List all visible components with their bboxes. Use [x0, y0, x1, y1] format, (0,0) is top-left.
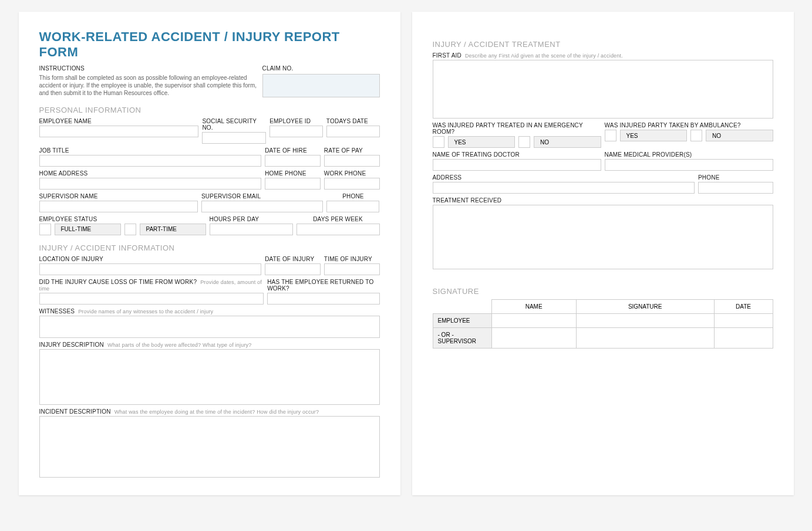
supervisor-name-label: SUPERVISOR NAME — [39, 193, 198, 199]
location-of-injury-label: LOCATION OF INJURY — [39, 256, 262, 262]
medical-provider-label: NAME MEDICAL PROVIDER(S) — [605, 151, 773, 158]
signature-table: NAMESIGNATUREDATE EMPLOYEE - OR - SUPERV… — [433, 299, 773, 349]
section-injury-info: INJURY / ACCIDENT INFORMATION — [39, 243, 380, 252]
sig-employee-date[interactable] — [714, 314, 773, 328]
job-title-input[interactable] — [39, 155, 262, 167]
provider-address-label: ADDRESS — [433, 174, 695, 181]
location-of-injury-input[interactable] — [39, 263, 262, 275]
section-personal: PERSONAL INFORMATION — [39, 106, 380, 114]
treatment-received-label: TREATMENT RECEIVED — [433, 197, 773, 204]
instructions-label: INSTRUCTIONS — [39, 65, 259, 72]
sig-supervisor-signature[interactable] — [576, 328, 714, 349]
form-title: WORK-RELATED ACCIDENT / INJURY REPORT FO… — [39, 29, 380, 60]
amb-yes-checkbox[interactable] — [605, 130, 616, 141]
employee-id-label: EMPLOYEE ID — [269, 118, 323, 124]
amb-no-label: NO — [706, 130, 773, 141]
rate-of-pay-label: RATE OF PAY — [324, 147, 380, 154]
sig-name-header: NAME — [491, 300, 576, 314]
date-of-injury-input[interactable] — [265, 263, 321, 275]
witnesses-input[interactable] — [39, 316, 380, 338]
treatment-received-input[interactable] — [433, 205, 773, 269]
sig-employee-signature[interactable] — [576, 314, 714, 328]
er-no-checkbox[interactable] — [518, 136, 530, 148]
amb-no-checkbox[interactable] — [690, 130, 702, 141]
er-yes-checkbox[interactable] — [433, 136, 444, 148]
date-of-hire-label: DATE OF HIRE — [265, 147, 321, 154]
ambulance-label: WAS INJURED PARTY TAKEN BY AMBULANCE? — [605, 122, 773, 128]
claim-no-label: CLAIM NO. — [262, 65, 380, 72]
days-per-week-input[interactable] — [297, 224, 380, 235]
todays-date-label: TODAYS DATE — [326, 118, 380, 124]
employee-name-input[interactable] — [39, 126, 199, 137]
incident-description-label: INCIDENT DESCRIPTION What was the employ… — [39, 408, 380, 415]
supervisor-phone-input[interactable] — [326, 201, 379, 212]
returned-to-work-label: HAS THE EMPLOYEE RETURNED TO WORK? — [267, 279, 379, 292]
supervisor-name-input[interactable] — [39, 201, 198, 212]
home-phone-input[interactable] — [265, 178, 321, 190]
sig-supervisor-date[interactable] — [714, 328, 773, 349]
incident-description-input[interactable] — [39, 416, 380, 478]
er-yes-label: YES — [448, 136, 515, 148]
ssn-label: SOCIAL SECURITY NO. — [202, 118, 266, 131]
provider-phone-label: PHONE — [698, 174, 773, 181]
injury-description-input[interactable] — [39, 349, 380, 405]
days-per-week-label: DAYS PER WEEK — [297, 216, 380, 222]
hours-per-day-label: HOURS PER DAY — [210, 216, 293, 222]
supervisor-email-label: SUPERVISOR EMAIL — [201, 193, 323, 199]
er-no-label: NO — [534, 136, 601, 148]
employee-name-label: EMPLOYEE NAME — [39, 118, 199, 124]
employee-id-input[interactable] — [269, 126, 323, 137]
rate-of-pay-input[interactable] — [324, 155, 380, 167]
returned-to-work-input[interactable] — [267, 293, 379, 305]
time-of-injury-input[interactable] — [324, 263, 380, 275]
treating-doctor-input[interactable] — [433, 159, 601, 171]
todays-date-input[interactable] — [326, 126, 380, 137]
witnesses-label: WITNESSES Provide names of any witnesses… — [39, 308, 380, 314]
page-1: WORK-RELATED ACCIDENT / INJURY REPORT FO… — [19, 12, 400, 495]
sig-date-header: DATE — [714, 300, 773, 314]
supervisor-email-input[interactable] — [201, 201, 323, 212]
sig-employee-row-label: EMPLOYEE — [433, 314, 491, 328]
emergency-room-label: WAS INJURED PARTY TREATED IN AN EMERGENC… — [433, 122, 601, 135]
medical-provider-input[interactable] — [605, 159, 773, 171]
time-of-injury-label: TIME OF INJURY — [324, 256, 380, 262]
home-address-input[interactable] — [39, 178, 262, 190]
part-time-label: PART-TIME — [140, 224, 206, 235]
first-aid-input[interactable] — [433, 60, 773, 119]
injury-description-label: INJURY DESCRIPTION What parts of the bod… — [39, 341, 380, 348]
section-treatment: INJURY / ACCIDENT TREATMENT — [433, 40, 773, 49]
supervisor-phone-label: PHONE — [326, 193, 379, 199]
first-aid-label: FIRST AID Describe any First Aid given a… — [433, 52, 773, 59]
provider-address-input[interactable] — [433, 182, 695, 194]
section-signature: SIGNATURE — [433, 287, 773, 296]
amb-yes-label: YES — [620, 130, 688, 141]
instructions-text: This form shall be completed as soon as … — [39, 74, 259, 97]
claim-no-input[interactable] — [262, 74, 380, 97]
hours-per-day-input[interactable] — [210, 224, 293, 235]
sig-supervisor-name[interactable] — [491, 328, 576, 349]
date-of-injury-label: DATE OF INJURY — [265, 256, 321, 262]
home-phone-label: HOME PHONE — [265, 170, 321, 177]
part-time-checkbox[interactable] — [124, 224, 136, 235]
date-of-hire-input[interactable] — [265, 155, 321, 167]
ssn-input[interactable] — [202, 132, 266, 144]
treating-doctor-label: NAME OF TREATING DOCTOR — [433, 151, 601, 158]
full-time-label: FULL-TIME — [55, 224, 121, 235]
full-time-checkbox[interactable] — [39, 224, 51, 235]
work-phone-label: WORK PHONE — [324, 170, 380, 177]
sig-signature-header: SIGNATURE — [576, 300, 714, 314]
page-2: INJURY / ACCIDENT TREATMENT FIRST AID De… — [412, 12, 794, 495]
home-address-label: HOME ADDRESS — [39, 170, 262, 177]
sig-supervisor-row-label: - OR - SUPERVISOR — [433, 328, 491, 349]
loss-of-time-label: DID THE INJURY CAUSE LOSS OF TIME FROM W… — [39, 279, 264, 292]
provider-phone-input[interactable] — [698, 182, 773, 194]
sig-employee-name[interactable] — [491, 314, 576, 328]
employee-status-label: EMPLOYEE STATUS — [39, 216, 206, 222]
loss-of-time-input[interactable] — [39, 293, 264, 305]
work-phone-input[interactable] — [324, 178, 380, 190]
job-title-label: JOB TITLE — [39, 147, 262, 154]
